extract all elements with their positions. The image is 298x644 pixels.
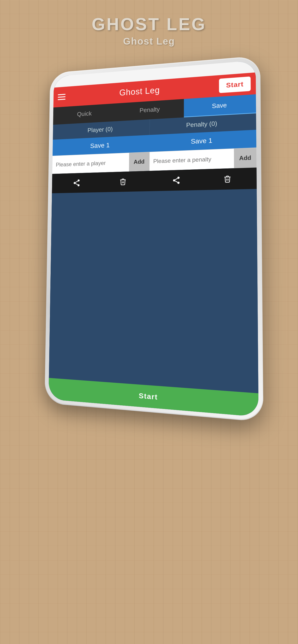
- bottom-start-label: Start: [139, 392, 158, 401]
- penalty-input-section: Add: [150, 148, 256, 171]
- menu-button[interactable]: [58, 94, 66, 100]
- player-delete-icon[interactable]: [117, 176, 129, 188]
- svg-line-3: [76, 184, 78, 185]
- phone-mockup: Ghost Leg Start Quick Penalty Save Playe…: [41, 61, 257, 408]
- svg-point-5: [177, 176, 180, 179]
- app-title-small: Ghost Leg: [92, 36, 206, 47]
- phone-shell: Ghost Leg Start Quick Penalty Save Playe…: [44, 56, 263, 422]
- penalty-actions: [149, 168, 257, 191]
- player-input[interactable]: [52, 153, 129, 174]
- hamburger-line-2: [58, 96, 66, 98]
- penalty-delete-icon[interactable]: [221, 173, 234, 186]
- start-button-top[interactable]: Start: [219, 76, 251, 93]
- svg-line-4: [76, 181, 78, 182]
- penalty-input[interactable]: [150, 148, 234, 171]
- penalty-add-button[interactable]: Add: [234, 148, 256, 168]
- header-area: GHOST LEG Ghost Leg: [92, 14, 206, 47]
- svg-point-1: [74, 182, 76, 184]
- svg-point-6: [173, 179, 175, 181]
- player-input-section: Add: [52, 152, 150, 174]
- hamburger-line-3: [58, 99, 66, 100]
- app-bar-title: Ghost Leg: [119, 85, 160, 98]
- player-actions: [52, 171, 149, 193]
- penalty-share-icon[interactable]: [170, 174, 183, 186]
- svg-point-2: [77, 184, 79, 186]
- svg-point-0: [78, 180, 80, 182]
- phone-screen: Ghost Leg Start Quick Penalty Save Playe…: [49, 60, 258, 417]
- main-content-area: [49, 189, 258, 394]
- svg-line-9: [175, 178, 178, 180]
- player-share-icon[interactable]: [71, 177, 82, 189]
- app-title-large: GHOST LEG: [92, 14, 206, 34]
- svg-line-8: [175, 181, 178, 182]
- hamburger-line-1: [58, 94, 66, 95]
- svg-point-7: [177, 182, 180, 184]
- player-add-button[interactable]: Add: [129, 152, 149, 172]
